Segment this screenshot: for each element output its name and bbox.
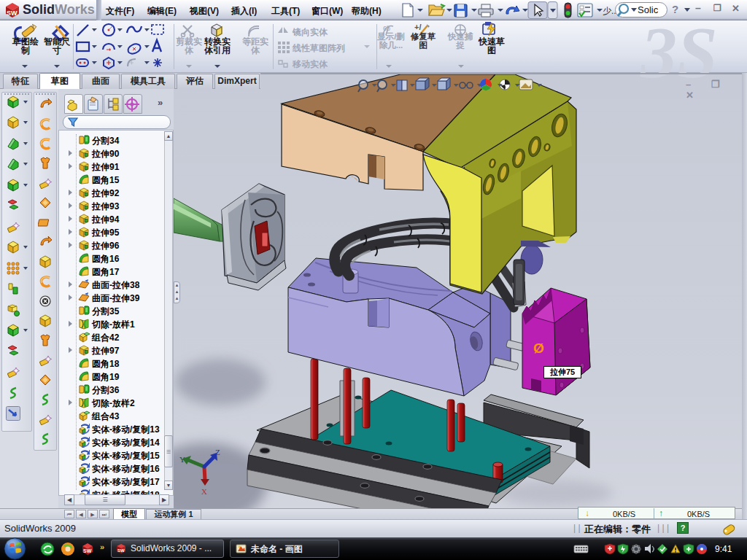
svg-text:Ø: Ø xyxy=(533,341,544,356)
svg-text:+/: +/ xyxy=(414,23,421,31)
svg-text:6b: 6b xyxy=(383,25,390,32)
svg-text:X: X xyxy=(201,487,207,496)
svg-text:SW: SW xyxy=(117,548,125,553)
svg-text:Z: Z xyxy=(215,448,220,456)
svg-text:Y: Y xyxy=(179,455,185,464)
svg-text:SW: SW xyxy=(7,9,18,17)
svg-text:SW: SW xyxy=(83,548,92,553)
svg-text:»: » xyxy=(100,542,104,551)
